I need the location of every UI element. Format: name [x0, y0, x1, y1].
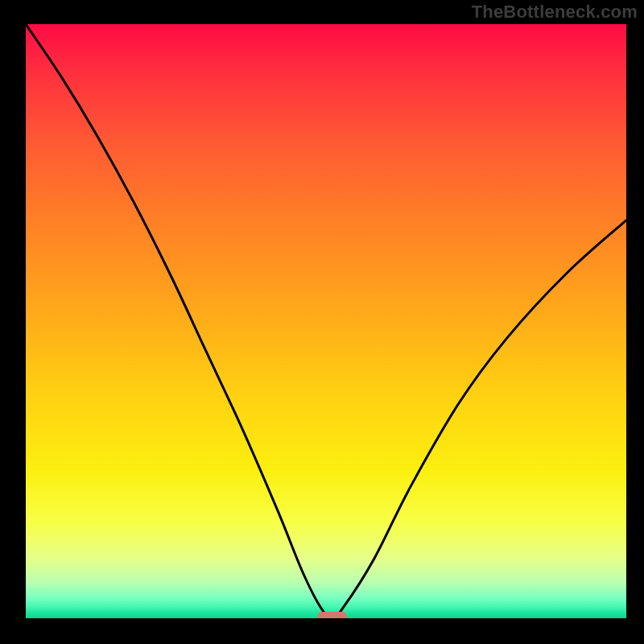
chart-frame: TheBottleneck.com: [0, 0, 644, 644]
optimal-marker: [317, 612, 348, 618]
watermark-text: TheBottleneck.com: [472, 2, 638, 23]
plot-area: [26, 24, 626, 618]
bottleneck-curve: [26, 24, 626, 618]
